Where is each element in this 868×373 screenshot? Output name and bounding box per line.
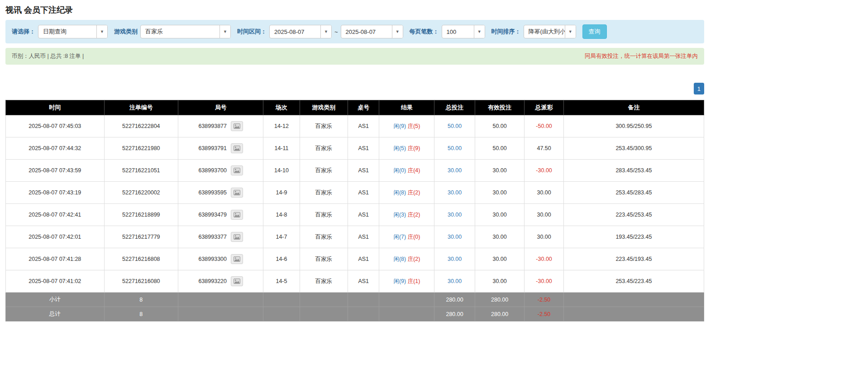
per-page-select[interactable]: 100 ▼ [442, 25, 485, 38]
cell-time: 2025-08-07 07:43:59 [6, 160, 105, 182]
cell-game-type: 百家乐 [300, 182, 348, 204]
cell-payout: 47.50 [525, 137, 563, 160]
cell-round-id: 638993377 [178, 226, 263, 248]
column-header: 备注 [563, 100, 704, 115]
result-banker: 庄(5) [408, 123, 420, 129]
result-image-button[interactable] [231, 232, 243, 242]
total-bet-link[interactable]: 30.00 [448, 256, 462, 262]
cell-result: 闲(8) 庄(2) [379, 248, 434, 270]
cell-bet-id: 522716220002 [104, 182, 178, 204]
result-image-button[interactable] [231, 143, 243, 153]
query-mode-select[interactable]: 日期查询 ▼ [38, 25, 108, 38]
cell-remark: 253.45/223.45 [563, 270, 704, 293]
cell-total-bet: 50.00 [434, 137, 475, 160]
picture-icon [234, 168, 240, 173]
result-banker: 庄(1) [408, 278, 420, 284]
round-number: 638993220 [198, 278, 227, 284]
cell-bet-id: 522716216808 [104, 248, 178, 270]
result-image-button[interactable] [231, 254, 243, 264]
chevron-down-icon[interactable]: ▼ [219, 25, 230, 38]
subtotal-valid-bet: 280.00 [475, 293, 525, 307]
game-type-value: 百家乐 [141, 25, 219, 38]
cell-session: 14-7 [263, 226, 300, 248]
chevron-down-icon[interactable]: ▼ [565, 25, 576, 38]
cell-total-bet: 30.00 [434, 248, 475, 270]
chevron-down-icon[interactable]: ▼ [392, 25, 403, 38]
result-image-button[interactable] [231, 165, 243, 175]
chevron-down-icon[interactable]: ▼ [96, 25, 107, 38]
result-image-button[interactable] [231, 210, 243, 220]
cell-time: 2025-08-07 07:41:28 [6, 248, 105, 270]
column-header: 时间 [6, 100, 105, 115]
cell-result: 闲(3) 庄(2) [379, 204, 434, 226]
cell-table-no: AS1 [348, 160, 379, 182]
result-player: 闲(8) [393, 256, 406, 262]
cell-game-type: 百家乐 [300, 137, 348, 160]
sort-label: 时间排序： [491, 28, 521, 36]
cell-bet-id: 522716222804 [104, 115, 178, 137]
game-type-select[interactable]: 百家乐 ▼ [140, 25, 231, 38]
date-to-select[interactable]: 2025-08-07 ▼ [341, 25, 403, 38]
per-page-label: 每页笔数： [410, 28, 439, 36]
cell-payout: 30.00 [525, 182, 563, 204]
chevron-down-icon[interactable]: ▼ [474, 25, 485, 38]
cell-valid-bet: 50.00 [475, 137, 525, 160]
cell-session: 14-6 [263, 248, 300, 270]
cell-game-type: 百家乐 [300, 115, 348, 137]
total-total-bet: 280.00 [434, 307, 475, 321]
total-bet-link[interactable]: 50.00 [448, 123, 462, 129]
cell-game-type: 百家乐 [300, 226, 348, 248]
sort-select[interactable]: 降幂(由大到小) ▼ [524, 25, 576, 38]
cell-table-no: AS1 [348, 248, 379, 270]
column-header: 桌号 [348, 100, 379, 115]
cell-session: 14-5 [263, 270, 300, 293]
cell-bet-id: 522716218899 [104, 204, 178, 226]
total-bet-link[interactable]: 30.00 [448, 189, 462, 196]
page-1-button[interactable]: 1 [694, 83, 704, 94]
total-bet-link[interactable]: 30.00 [448, 212, 462, 218]
date-from-value: 2025-08-07 [270, 25, 320, 38]
query-button[interactable]: 查询 [582, 24, 607, 39]
total-bet-link[interactable]: 30.00 [448, 234, 462, 240]
cell-session: 14-11 [263, 137, 300, 160]
chevron-down-icon[interactable]: ▼ [320, 25, 331, 38]
result-image-button[interactable] [231, 188, 243, 198]
cell-time: 2025-08-07 07:44:32 [6, 137, 105, 160]
table-row: 2025-08-07 07:42:01 522716217779 6389933… [6, 226, 704, 248]
total-payout: -2.50 [525, 307, 563, 321]
cell-table-no: AS1 [348, 115, 379, 137]
table-row: 2025-08-07 07:41:02 522716216080 6389932… [6, 270, 704, 293]
total-count: 8 [104, 307, 178, 321]
result-player: 闲(7) [393, 234, 406, 240]
cell-session: 14-9 [263, 182, 300, 204]
game-type-label: 游戏类别 [114, 28, 138, 36]
picture-icon [234, 146, 240, 151]
total-bet-link[interactable]: 30.00 [448, 278, 462, 284]
cell-valid-bet: 30.00 [475, 248, 525, 270]
round-number: 638993595 [198, 189, 227, 196]
cell-bet-id: 522716216080 [104, 270, 178, 293]
cell-game-type: 百家乐 [300, 160, 348, 182]
result-image-button[interactable] [231, 276, 243, 286]
cell-payout: -30.00 [525, 160, 563, 182]
cell-round-id: 638993791 [178, 137, 263, 160]
cell-time: 2025-08-07 07:43:19 [6, 182, 105, 204]
total-bet-link[interactable]: 50.00 [448, 145, 462, 151]
cell-table-no: AS1 [348, 137, 379, 160]
cell-remark: 300.95/250.95 [563, 115, 704, 137]
subtotal-label: 小计 [6, 293, 105, 307]
cell-payout: 30.00 [525, 204, 563, 226]
date-from-select[interactable]: 2025-08-07 ▼ [269, 25, 332, 38]
cell-valid-bet: 30.00 [475, 226, 525, 248]
cell-payout: -50.00 [525, 115, 563, 137]
cell-total-bet: 30.00 [434, 182, 475, 204]
cell-payout: -30.00 [525, 270, 563, 293]
cell-valid-bet: 30.00 [475, 160, 525, 182]
total-valid-bet: 280.00 [475, 307, 525, 321]
table-row: 2025-08-07 07:43:19 522716220002 6389935… [6, 182, 704, 204]
result-image-button[interactable] [231, 121, 243, 131]
cell-round-id: 638993877 [178, 115, 263, 137]
total-bet-link[interactable]: 30.00 [448, 167, 462, 174]
cell-bet-id: 522716217779 [104, 226, 178, 248]
cell-remark: 253.45/300.95 [563, 137, 704, 160]
